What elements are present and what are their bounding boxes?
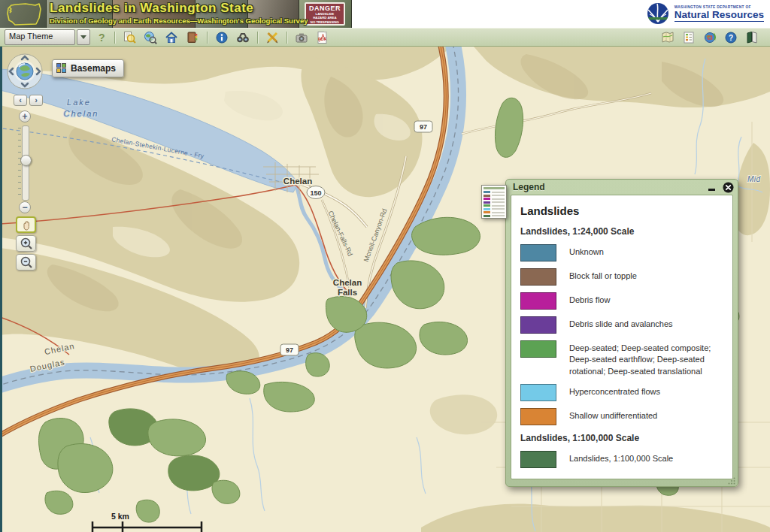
basemaps-button[interactable]: Basemaps <box>52 59 124 77</box>
legend-swatch <box>520 316 556 334</box>
zoom-slider[interactable] <box>22 125 29 201</box>
legend-swatch <box>520 244 556 261</box>
exit-book-icon[interactable] <box>743 29 761 45</box>
washington-state-icon <box>5 2 43 26</box>
resize-grip[interactable] <box>727 476 736 485</box>
chevron-down-icon <box>80 35 86 39</box>
app-titles: Landslides in Washington State Division … <box>50 1 308 25</box>
export-pdf-icon[interactable]: PDF <box>314 29 332 45</box>
magnifier-minus-icon <box>20 255 33 269</box>
legend-titlebar[interactable]: Legend <box>506 180 738 195</box>
zoom-out-button[interactable]: − <box>19 201 31 213</box>
legend-swatch <box>520 408 556 425</box>
app-root: { "header": { "title": "Landslides in Wa… <box>0 0 770 532</box>
magnifier-plus-icon <box>20 237 33 250</box>
scale-label: 5 km <box>111 512 129 521</box>
legend-swatch <box>520 292 556 310</box>
markup-pencils-icon[interactable] <box>263 29 281 45</box>
legend-list-icon[interactable] <box>680 29 698 45</box>
legend-item: Deep-seated; Deep-seated composite; Deep… <box>520 340 723 377</box>
page-subtitle: Division of Geology and Earth Resources—… <box>50 17 308 25</box>
pan-compass <box>6 53 44 90</box>
route-97-shield: 97 <box>286 346 293 354</box>
map-theme-dropdown[interactable]: Map Theme <box>5 29 90 45</box>
report-book-icon[interactable] <box>183 29 202 45</box>
route-150-shield: 150 <box>310 189 321 197</box>
basemaps-grid-icon <box>56 63 67 74</box>
legend-swatch <box>520 451 556 468</box>
legend-item: Hyperconcentrated flows <box>520 384 723 401</box>
map-left-edge <box>0 47 2 532</box>
grid-square <box>62 63 66 68</box>
legend-section-24k: Landslides, 1:24,000 Scale <box>520 226 723 237</box>
chelan-falls-label-line1: Chelan <box>333 278 362 287</box>
full-extent-globe-button[interactable] <box>17 63 33 80</box>
legend-item: Block fall or topple <box>520 268 723 286</box>
minimize-button[interactable] <box>708 189 715 191</box>
legend-swatch <box>520 340 556 358</box>
grid-square <box>56 68 61 73</box>
hand-icon <box>20 218 33 231</box>
thumb-header <box>484 187 505 189</box>
route-97-shield: 97 <box>420 123 427 131</box>
legend-panel: Legend Landslides Landslides, 1:24,000 S… <box>505 179 738 487</box>
legend-item: Landslides, 1:100,000 Scale <box>520 451 723 468</box>
globe-search-icon[interactable] <box>141 29 159 45</box>
map-export-icon[interactable] <box>659 29 677 45</box>
photo-block <box>0 0 47 28</box>
svg-text:PDF: PDF <box>318 36 327 41</box>
legend-widget-icon[interactable] <box>481 185 507 219</box>
toolbar-separator <box>257 32 258 44</box>
page-title: Landslides in Washington State <box>50 1 308 16</box>
toolbar-separator <box>114 32 115 44</box>
zoom-slider-handle[interactable] <box>20 155 32 166</box>
grid-square <box>62 68 66 73</box>
header-banner: DANGER LANDSLIDE HAZARD AREA NO TRESPASS… <box>0 0 770 29</box>
basemaps-label: Basemaps <box>71 63 116 74</box>
legend-item: Debris flow <box>520 292 723 310</box>
close-button[interactable] <box>723 182 734 193</box>
previous-extent-button[interactable]: ‹ <box>14 95 27 106</box>
dnr-logo: WASHINGTON STATE DEPARTMENT OF Natural R… <box>646 2 764 26</box>
overview-globe-icon[interactable] <box>701 29 719 45</box>
toolbar: Map Theme ? <box>0 28 770 47</box>
print-camera-icon[interactable] <box>293 29 311 45</box>
legend-heading: Landslides <box>520 204 723 217</box>
identify-info-icon[interactable] <box>213 29 231 45</box>
zoom-document-search-icon[interactable] <box>120 29 138 45</box>
map-theme-label[interactable]: Map Theme <box>5 29 75 45</box>
legend-body: Landslides Landslides, 1:24,000 Scale Un… <box>511 195 733 479</box>
toolbar-separator <box>286 32 287 44</box>
next-extent-button[interactable]: › <box>29 95 43 106</box>
danger-sign: DANGER LANDSLIDE HAZARD AREA NO TRESPASS… <box>305 2 345 26</box>
dnr-name-text: Natural Resources <box>675 9 764 22</box>
legend-section-100k: Landslides, 1:100,000 Scale <box>520 433 723 443</box>
legend-item: Shallow undifferentiated <box>520 408 723 425</box>
legend-swatch <box>520 268 556 286</box>
help-circle-icon[interactable]: ? <box>722 29 740 45</box>
dnr-globe-icon <box>646 2 670 26</box>
lake-label-line2: Chelan <box>64 109 99 118</box>
bookmark-home-icon[interactable] <box>162 29 180 45</box>
zoom-in-button[interactable]: + <box>19 110 31 122</box>
toolbar-separator <box>207 32 208 44</box>
toolbar-right-group: ? <box>657 29 762 45</box>
map-theme-arrow-button[interactable] <box>77 29 90 45</box>
zoom-out-tool-button[interactable] <box>16 254 36 271</box>
chelan-falls-label-line2: Falls <box>338 288 357 297</box>
find-binoculars-icon[interactable] <box>234 29 252 45</box>
help-question-icon[interactable]: ? <box>99 32 105 44</box>
legend-title: Legend <box>513 182 545 192</box>
mid-stream-label: Mid <box>747 175 761 183</box>
zoom-in-tool-button[interactable] <box>16 235 36 252</box>
legend-item: Debris slide and avalanches <box>520 316 723 334</box>
grid-square <box>56 63 61 68</box>
svg-text:?: ? <box>729 33 733 41</box>
legend-swatch <box>520 384 556 401</box>
legend-item: Unknown <box>520 244 723 261</box>
pan-tool-button[interactable] <box>16 216 36 233</box>
chelan-label: Chelan <box>283 177 312 186</box>
lake-label-line1: Lake <box>67 98 91 107</box>
